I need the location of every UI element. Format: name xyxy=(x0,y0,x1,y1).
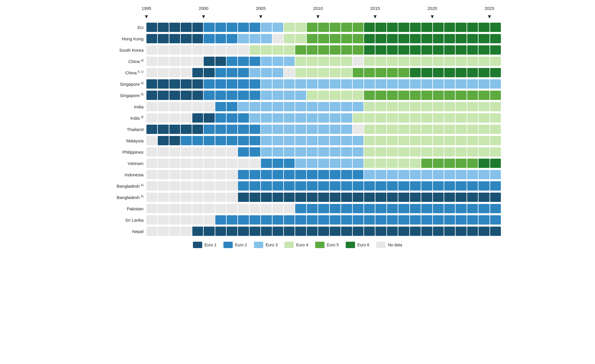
bar-cell-3-29 xyxy=(478,57,489,66)
row-malaysia-10: Malaysia xyxy=(94,135,501,146)
bar-cell-9-3 xyxy=(181,125,191,134)
bar-cell-8-28 xyxy=(467,113,478,123)
bar-cell-11-25 xyxy=(433,147,444,157)
bar-cell-0-3 xyxy=(181,23,191,32)
bar-cell-15-24 xyxy=(421,193,432,202)
bar-cell-10-30 xyxy=(490,136,501,145)
bar-cell-1-1 xyxy=(158,34,169,43)
bar-cell-1-10 xyxy=(261,34,272,43)
bar-cell-12-18 xyxy=(353,159,363,168)
rows-container: EUHong KongSouth KoreaChina a)China b, c… xyxy=(94,22,501,236)
bar-cell-15-28 xyxy=(467,193,478,202)
bar-cell-2-1 xyxy=(158,45,169,55)
year-label-2020: 2020 xyxy=(427,6,437,11)
bar-cell-0-24 xyxy=(421,23,432,32)
bar-cell-13-13 xyxy=(295,170,306,179)
bar-cell-18-19 xyxy=(364,227,375,236)
bar-cell-14-3 xyxy=(181,181,191,191)
bar-cell-2-30 xyxy=(490,45,501,55)
bars-7 xyxy=(146,101,501,112)
bar-cell-4-10 xyxy=(261,68,272,77)
legend-box-euro1 xyxy=(193,242,202,248)
bars-16 xyxy=(146,203,501,214)
bar-cell-10-0 xyxy=(146,136,157,145)
bar-cell-12-14 xyxy=(307,159,318,168)
bar-cell-16-26 xyxy=(444,204,455,213)
bar-cell-18-29 xyxy=(478,227,489,236)
bar-cell-18-11 xyxy=(273,227,283,236)
bar-cell-10-27 xyxy=(456,136,466,145)
bar-cell-3-27 xyxy=(456,57,466,66)
bar-cell-2-28 xyxy=(467,45,478,55)
bar-cell-14-6 xyxy=(215,181,226,191)
bar-cell-4-15 xyxy=(318,68,329,77)
bar-cell-14-21 xyxy=(387,181,398,191)
bar-cell-0-0 xyxy=(146,23,157,32)
bar-cell-17-1 xyxy=(158,215,169,225)
bar-cell-1-13 xyxy=(295,34,306,43)
bar-cell-13-6 xyxy=(215,170,226,179)
bar-cell-5-10 xyxy=(261,79,272,89)
row-label-12: Vietnam xyxy=(94,161,146,166)
bar-cell-12-16 xyxy=(330,159,340,168)
bar-cell-8-8 xyxy=(238,113,249,123)
bar-cell-11-23 xyxy=(410,147,421,157)
bar-cell-5-22 xyxy=(398,79,409,89)
bar-cell-12-8 xyxy=(238,159,249,168)
bar-cell-15-10 xyxy=(261,193,272,202)
bar-cell-14-28 xyxy=(467,181,478,191)
bar-cell-11-15 xyxy=(318,147,329,157)
bar-cell-9-5 xyxy=(204,125,214,134)
bars-12 xyxy=(146,158,501,168)
bar-cell-1-2 xyxy=(169,34,180,43)
bar-cell-2-18 xyxy=(353,45,363,55)
bar-cell-13-18 xyxy=(353,170,363,179)
row-thailand-9: Thailand xyxy=(94,124,501,135)
bar-cell-12-30 xyxy=(490,159,501,168)
bar-cell-18-21 xyxy=(387,227,398,236)
bar-cell-15-3 xyxy=(181,193,191,202)
bar-cell-10-14 xyxy=(307,136,318,145)
bar-cell-11-12 xyxy=(284,147,295,157)
bar-cell-2-3 xyxy=(181,45,191,55)
bar-cell-11-0 xyxy=(146,147,157,157)
bar-cell-6-29 xyxy=(478,91,489,100)
bar-cell-17-4 xyxy=(192,215,203,225)
bar-cell-10-11 xyxy=(273,136,283,145)
bar-cell-12-1 xyxy=(158,159,169,168)
bar-cell-4-16 xyxy=(330,68,340,77)
bar-cell-7-6 xyxy=(215,102,226,111)
bar-cell-16-13 xyxy=(295,204,306,213)
bar-cell-13-14 xyxy=(307,170,318,179)
bar-cell-18-9 xyxy=(250,227,260,236)
bar-cell-9-9 xyxy=(250,125,260,134)
bar-cell-14-23 xyxy=(410,181,421,191)
row-label-1: Hong Kong xyxy=(94,36,146,41)
bar-cell-8-12 xyxy=(284,113,295,123)
bar-cell-13-25 xyxy=(433,170,444,179)
bar-cell-9-18 xyxy=(353,125,363,134)
bar-cell-10-21 xyxy=(387,136,398,145)
bar-cell-15-18 xyxy=(353,193,363,202)
row-bangladesh-15: Bangladesh b) xyxy=(94,192,501,202)
bar-cell-1-23 xyxy=(410,34,421,43)
bar-cell-18-30 xyxy=(490,227,501,236)
bar-cell-3-15 xyxy=(318,57,329,66)
bar-cell-17-16 xyxy=(330,215,340,225)
bar-cell-4-23 xyxy=(410,68,421,77)
bar-cell-1-28 xyxy=(467,34,478,43)
bar-cell-13-21 xyxy=(387,170,398,179)
bar-cell-2-26 xyxy=(444,45,455,55)
bar-cell-7-5 xyxy=(204,102,214,111)
bar-cell-11-3 xyxy=(181,147,191,157)
bar-cell-6-26 xyxy=(444,91,455,100)
bar-cell-3-6 xyxy=(215,57,226,66)
bar-cell-18-27 xyxy=(456,227,466,236)
bar-cell-7-21 xyxy=(387,102,398,111)
bar-cell-17-22 xyxy=(398,215,409,225)
bar-cell-9-8 xyxy=(238,125,249,134)
year-label-2010: 2010 xyxy=(313,6,323,11)
bar-cell-9-10 xyxy=(261,125,272,134)
bar-cell-16-8 xyxy=(238,204,249,213)
bar-cell-13-22 xyxy=(398,170,409,179)
